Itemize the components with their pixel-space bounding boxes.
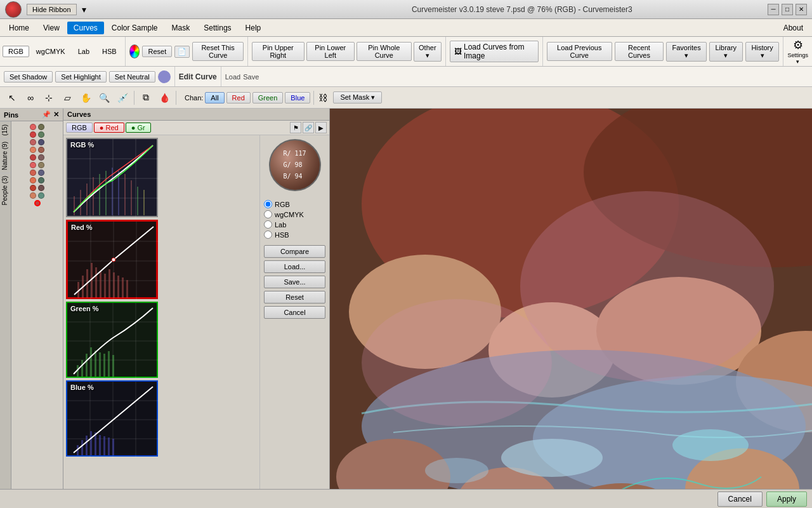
- menu-curves[interactable]: Curves: [67, 22, 104, 34]
- tool-link[interactable]: ∞: [22, 90, 39, 106]
- pin-dot[interactable]: [30, 131, 36, 138]
- pin-dot[interactable]: [30, 192, 36, 199]
- compare-button[interactable]: Compare: [264, 245, 325, 258]
- curve-blue-widget[interactable]: Blue %: [66, 380, 158, 457]
- reset-curves-button[interactable]: Reset: [264, 291, 325, 304]
- dropdown-arrow-icon[interactable]: ▾: [82, 4, 86, 15]
- tool-copy[interactable]: ⧉: [138, 90, 154, 106]
- pin-dot[interactable]: [30, 177, 36, 184]
- radio-hsb[interactable]: HSB: [264, 231, 325, 239]
- curve-nav-link[interactable]: 🔗: [303, 122, 314, 133]
- bottom-cancel-button[interactable]: Cancel: [717, 491, 763, 507]
- pins-group-people[interactable]: People (3): [0, 173, 11, 208]
- pin-whole-curve-button[interactable]: Pin Whole Curve: [357, 42, 412, 61]
- radio-lab[interactable]: Lab: [264, 220, 325, 229]
- curve-tab-rgb[interactable]: RGB: [66, 123, 93, 133]
- chain-icon[interactable]: ⛓: [318, 93, 327, 103]
- close-button[interactable]: ✕: [796, 4, 807, 15]
- library-button[interactable]: Library ▾: [709, 42, 743, 62]
- reset-button[interactable]: Reset: [142, 46, 172, 57]
- recent-curves-button[interactable]: Recent Curves: [615, 42, 664, 61]
- tool-pointer[interactable]: ↖: [4, 90, 20, 106]
- pin-dot[interactable]: [38, 131, 44, 138]
- tab-rgb[interactable]: RGB: [3, 46, 29, 57]
- menu-help[interactable]: Help: [239, 22, 268, 34]
- set-neutral-button[interactable]: Set Neutral: [109, 71, 155, 83]
- tab-hsb[interactable]: HSB: [96, 46, 122, 57]
- tab-wgcmyk[interactable]: wgCMYK: [30, 46, 71, 57]
- menu-view[interactable]: View: [37, 22, 66, 34]
- favorites-button[interactable]: Favorites ▾: [666, 42, 706, 62]
- tool-eyedropper[interactable]: 💉: [114, 90, 131, 106]
- set-highlight-button[interactable]: Set Highlight: [55, 71, 106, 83]
- pins-group-nature[interactable]: Nature (9): [0, 138, 11, 173]
- pin-dot[interactable]: [38, 124, 44, 130]
- settings-button[interactable]: ⚙ Settings ▾: [787, 38, 808, 65]
- tool-hand[interactable]: ✋: [77, 90, 94, 106]
- radio-wgcmyk[interactable]: wgCMYK: [264, 210, 325, 218]
- curve-nav-flag[interactable]: ⚑: [290, 122, 301, 133]
- tool-select[interactable]: ⊹: [41, 90, 57, 106]
- minimize-button[interactable]: ─: [768, 4, 779, 15]
- curve-tab-red[interactable]: ● Red: [94, 123, 124, 133]
- pin-dot[interactable]: [30, 124, 36, 130]
- channel-blue-button[interactable]: Blue: [285, 92, 310, 104]
- restore-button[interactable]: □: [782, 4, 793, 15]
- pins-close-icon[interactable]: ✕: [53, 110, 59, 119]
- menu-home[interactable]: Home: [3, 22, 36, 34]
- radio-rgb[interactable]: RGB: [264, 200, 325, 208]
- eyedropper-icon[interactable]: [158, 70, 171, 83]
- pins-pin-icon[interactable]: 📌: [42, 110, 51, 119]
- pin-dot[interactable]: [30, 170, 36, 176]
- channel-all-button[interactable]: All: [205, 92, 224, 104]
- history-button[interactable]: History ▾: [745, 42, 780, 62]
- pin-dot[interactable]: [30, 147, 36, 153]
- menu-color-sample[interactable]: Color Sample: [105, 22, 164, 34]
- channel-red-button[interactable]: Red: [226, 92, 251, 104]
- svg-rect-48: [99, 352, 101, 377]
- tool-zoom[interactable]: 🔍: [96, 90, 112, 106]
- load-button[interactable]: Load...: [264, 260, 325, 273]
- pin-dot[interactable]: [30, 162, 36, 168]
- tool-dropper2[interactable]: 🩸: [156, 90, 173, 106]
- set-mask-button[interactable]: Set Mask ▾: [333, 91, 382, 104]
- pin-dot[interactable]: [38, 192, 44, 199]
- pin-dot[interactable]: [38, 139, 44, 145]
- pin-dot[interactable]: [38, 147, 44, 153]
- bottom-apply-button[interactable]: Apply: [766, 491, 807, 507]
- tool-marquee[interactable]: ▱: [59, 90, 75, 106]
- menu-mask[interactable]: Mask: [166, 22, 197, 34]
- pin-dot[interactable]: [38, 177, 44, 184]
- curve-nav-play[interactable]: ▶: [315, 122, 327, 133]
- pin-dot[interactable]: [30, 139, 36, 145]
- pin-lower-left-button[interactable]: Pin Lower Left: [306, 42, 355, 61]
- hide-ribbon-button[interactable]: Hide Ribbon: [27, 4, 77, 15]
- curve-tab-green[interactable]: ● Gr: [126, 123, 151, 133]
- save-button[interactable]: Save...: [264, 276, 325, 288]
- cancel-button[interactable]: Cancel: [264, 306, 325, 319]
- load-previous-button[interactable]: Load Previous Curve: [547, 42, 612, 61]
- curve-green-widget[interactable]: Green %: [66, 302, 158, 378]
- pins-group-15[interactable]: (15): [0, 121, 11, 138]
- menu-settings[interactable]: Settings: [197, 22, 237, 34]
- curve-red-widget[interactable]: Red %: [66, 220, 158, 299]
- load-curves-from-image-button[interactable]: 🖼 Load Curves from Image: [450, 41, 539, 62]
- reset-this-curve-button[interactable]: Reset This Curve: [192, 42, 244, 61]
- menu-about[interactable]: About: [777, 22, 809, 34]
- channel-green-button[interactable]: Green: [252, 92, 284, 104]
- tab-lab[interactable]: Lab: [72, 46, 95, 57]
- svg-rect-14: [124, 174, 126, 215]
- set-shadow-button[interactable]: Set Shadow: [4, 71, 53, 83]
- curve-rgb-widget[interactable]: RGB %: [66, 138, 158, 217]
- pin-dot[interactable]: [30, 185, 36, 191]
- svg-point-80: [520, 191, 774, 382]
- pin-dot[interactable]: [38, 170, 44, 176]
- other-dropdown[interactable]: Other ▾: [414, 42, 442, 62]
- pin-dot[interactable]: [38, 154, 44, 161]
- pin-dot[interactable]: [38, 162, 44, 168]
- new-preset-button[interactable]: 📄: [174, 46, 190, 58]
- pin-upper-right-button[interactable]: Pin Upper Right: [252, 42, 304, 61]
- pin-dot[interactable]: [30, 154, 36, 161]
- pin-dot-selected[interactable]: [34, 200, 41, 206]
- pin-dot[interactable]: [38, 185, 44, 191]
